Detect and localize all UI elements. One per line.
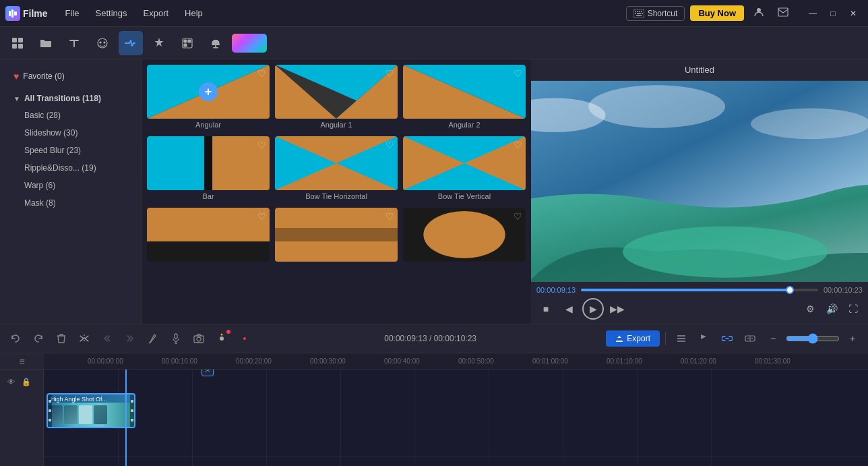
svg-rect-4: [635, 11, 636, 12]
folder-button[interactable]: [34, 31, 58, 55]
favorite-heart-bowtie-h[interactable]: ♡: [385, 140, 394, 150]
timeline-view-button[interactable]: [671, 328, 691, 349]
mail-icon[interactable]: [774, 5, 793, 22]
svg-rect-6: [639, 11, 640, 12]
separator-1: [665, 332, 666, 345]
lock-icon[interactable]: 🔒: [20, 375, 33, 388]
transition-bowtie-v[interactable]: ♡ Bow Tie Vertical: [403, 136, 526, 202]
clip-thumbnail-strip: [48, 403, 134, 427]
svg-rect-46: [147, 241, 270, 262]
export-button[interactable]: Export: [606, 330, 660, 347]
camera-button[interactable]: [189, 328, 209, 349]
bar-thumb-svg: [147, 136, 270, 190]
undo-button[interactable]: [5, 328, 26, 349]
link-button[interactable]: [717, 328, 737, 349]
category-speed-blur[interactable]: Speed Blur (23): [5, 142, 135, 159]
app-logo: Filme: [5, 6, 48, 21]
stop-button[interactable]: ■: [536, 299, 555, 318]
close-button[interactable]: ✕: [844, 4, 863, 23]
user-icon[interactable]: [749, 4, 768, 22]
rewind-button[interactable]: [97, 328, 117, 349]
favorite-heart-angular2[interactable]: ♡: [514, 68, 522, 79]
audio-track-button[interactable]: [740, 328, 760, 349]
favorite-heart-9[interactable]: ♡: [514, 211, 522, 222]
text-button[interactable]: [62, 31, 86, 55]
mic-button[interactable]: [166, 328, 186, 349]
svg-rect-8: [635, 13, 636, 14]
favorite-item[interactable]: ♥ Favorite (0): [5, 67, 135, 85]
dot-button[interactable]: [235, 328, 255, 349]
transition-9[interactable]: ♡: [403, 208, 526, 266]
category-ripple[interactable]: Ripple&Disso... (19): [5, 159, 135, 177]
volume-button[interactable]: 🔊: [822, 299, 841, 318]
filter-button[interactable]: [175, 31, 199, 55]
ruler-mark-9: 00:01:30:00: [755, 357, 829, 365]
minimize-button[interactable]: —: [803, 4, 822, 23]
delete-button[interactable]: [51, 328, 71, 349]
menu-settings[interactable]: Settings: [89, 5, 134, 21]
favorite-heart-bar[interactable]: ♡: [257, 140, 266, 150]
menu-export[interactable]: Export: [137, 5, 176, 21]
transition-8[interactable]: ♡: [275, 208, 398, 266]
settings-button[interactable]: ⚙: [801, 299, 819, 318]
favorite-heart-angular[interactable]: ♡: [257, 68, 266, 79]
transition-name-8: [275, 262, 398, 266]
split-button[interactable]: [74, 328, 94, 349]
video-clip[interactable]: High Angle Shot Of...: [46, 393, 135, 428]
svg-rect-7: [641, 11, 642, 12]
ruler-mark-6: 00:01:00:00: [532, 357, 607, 365]
flag-button[interactable]: [694, 328, 714, 349]
progress-handle[interactable]: [786, 286, 794, 294]
favorite-heart-8[interactable]: ♡: [385, 211, 394, 222]
favorite-heart-bowtie-v[interactable]: ♡: [514, 140, 522, 150]
menu-help[interactable]: Help: [178, 5, 210, 21]
pen-button[interactable]: [143, 328, 163, 349]
category-warp[interactable]: Warp (6): [5, 177, 135, 194]
transition-thumb-angular2: ♡: [403, 65, 526, 119]
prev-frame-button[interactable]: ◀: [559, 299, 578, 318]
color-button[interactable]: [232, 34, 267, 53]
menu-file[interactable]: File: [59, 5, 86, 21]
svg-point-64: [243, 337, 246, 340]
timeline-header: ≡ 00:00:00:00 00:00:10:00 00:00:20:00 00…: [0, 353, 868, 370]
menu-lines-icon[interactable]: ≡: [19, 356, 24, 367]
eye-icon[interactable]: 👁: [4, 375, 18, 388]
forward-button[interactable]: [120, 328, 140, 349]
zoom-in-button[interactable]: +: [842, 328, 863, 349]
transition-button[interactable]: [119, 31, 143, 55]
transition-name-9: [403, 262, 526, 266]
favorite-heart-angular1[interactable]: ♡: [385, 68, 394, 79]
category-slideshow[interactable]: Slideshow (30): [5, 124, 135, 142]
play-button[interactable]: ▶: [582, 298, 604, 320]
fullscreen-button[interactable]: ⛶: [844, 299, 863, 318]
maximize-button[interactable]: □: [824, 4, 842, 23]
sparkle-button[interactable]: [212, 328, 232, 349]
progress-bar[interactable]: [581, 289, 818, 291]
category-mask[interactable]: Mask (8): [5, 194, 135, 212]
film-frame-4: [94, 405, 107, 424]
redo-button[interactable]: [28, 328, 49, 349]
category-basic[interactable]: Basic (28): [5, 107, 135, 124]
track-left-controls: 👁 🔒: [3, 372, 40, 391]
transition-angular[interactable]: + ♡ Angular: [147, 65, 270, 131]
favorite-heart-7[interactable]: ♡: [257, 211, 266, 222]
zoom-slider[interactable]: [786, 333, 840, 344]
buy-now-button[interactable]: Buy Now: [690, 5, 744, 21]
transition-angular2[interactable]: ♡ Angular 2: [403, 65, 526, 131]
film-frame-3: [79, 405, 92, 424]
transition-bowtie-h[interactable]: ♡ Bow Tie Horizontal: [275, 136, 398, 202]
next-frame-button[interactable]: ▶▶: [608, 299, 627, 318]
sticker-button[interactable]: [90, 31, 115, 55]
shortcut-button[interactable]: Shortcut: [626, 6, 685, 21]
all-transitions-item[interactable]: ▼ All Transitions (118): [5, 90, 135, 107]
transition-7[interactable]: ♡: [147, 208, 270, 266]
playhead-line[interactable]: ✂: [125, 370, 127, 466]
import-button[interactable]: [5, 31, 30, 55]
progress-fill: [581, 289, 790, 291]
transition-angular1[interactable]: ♡ Angular 1: [275, 65, 398, 131]
zoom-out-button[interactable]: −: [763, 328, 783, 349]
audio-button[interactable]: [204, 31, 228, 55]
transition-bar[interactable]: ♡ Bar: [147, 136, 270, 202]
effect-button[interactable]: [147, 31, 171, 55]
svg-rect-19: [73, 40, 75, 47]
